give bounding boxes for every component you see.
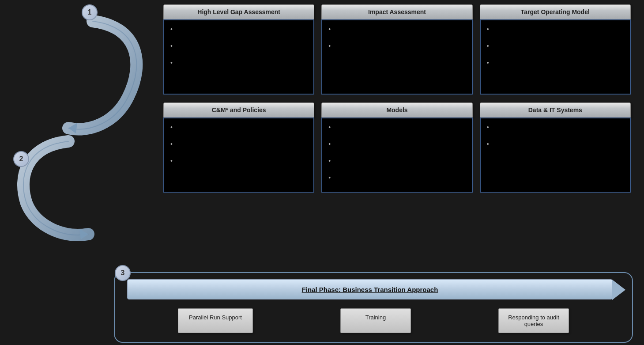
bullet-dot: • xyxy=(487,124,489,131)
badge-3: 3 xyxy=(115,265,131,281)
card-cm-policies: C&M* and Policies • • • xyxy=(163,102,314,193)
card-header-cm-policies: C&M* and Policies xyxy=(163,102,314,118)
badge-1: 1 xyxy=(82,4,98,20)
bullet-item: • xyxy=(170,123,307,131)
bullet-dot: • xyxy=(170,157,173,164)
phase3-arrow-banner: Final Phase: Business Transition Approac… xyxy=(127,279,613,300)
bullet-dot: • xyxy=(328,42,331,49)
bullet-dot: • xyxy=(487,26,489,33)
bullet-dot: • xyxy=(170,42,173,49)
card-body-impact-assessment: • • xyxy=(321,19,472,95)
bullet-dot: • xyxy=(487,59,489,66)
bullet-item: • xyxy=(487,58,624,66)
phase3-arrow-container: Final Phase: Business Transition Approac… xyxy=(127,279,626,300)
bullet-dot: • xyxy=(487,140,489,148)
phase3-label: Final Phase: Business Transition Approac… xyxy=(302,286,438,293)
bullet-dot: • xyxy=(328,124,331,131)
phase3-arrow-tip xyxy=(612,280,625,300)
bullet-dot: • xyxy=(170,26,173,33)
card-header-target-operating-model: Target Operating Model xyxy=(480,4,631,19)
card-header-data-it-systems: Data & IT Systems xyxy=(480,102,631,118)
bullet-dot: • xyxy=(328,157,331,164)
sub-card-parallel-run-label: Parallel Run Support xyxy=(189,314,242,321)
bottom-cards-row: C&M* and Policies • • • xyxy=(163,102,631,193)
main-container: 1 2 xyxy=(0,0,644,345)
bullet-item: • xyxy=(170,156,307,164)
card-models: Models • • • • xyxy=(321,102,472,193)
card-high-level-gap: High Level Gap Assessment • • • xyxy=(163,4,314,95)
bullet-item: • xyxy=(170,58,307,66)
bullet-dot: • xyxy=(170,59,173,66)
sub-card-audit-queries: Responding to auditqueries xyxy=(498,308,569,333)
card-data-it-systems: Data & IT Systems • • xyxy=(480,102,631,193)
bullet-dot: • xyxy=(170,124,173,131)
card-impact-assessment: Impact Assessment • • xyxy=(321,4,472,95)
bullet-dot: • xyxy=(170,140,173,148)
bullet-dot: • xyxy=(328,140,331,148)
card-header-impact-assessment: Impact Assessment xyxy=(321,4,472,19)
bullet-item: • xyxy=(170,140,307,148)
bullet-dot: • xyxy=(487,42,489,49)
card-body-data-it-systems: • • xyxy=(480,118,631,193)
top-content-area: High Level Gap Assessment • • • xyxy=(163,4,631,201)
bullet-item: • xyxy=(487,42,624,49)
card-body-cm-policies: • • • xyxy=(163,118,314,193)
phase3-wrapper: 3 Final Phase: Business Transition Appro… xyxy=(114,272,633,343)
card-header-high-level-gap: High Level Gap Assessment xyxy=(163,4,314,19)
bullet-item: • xyxy=(170,42,307,49)
badge-2: 2 xyxy=(13,151,29,167)
sub-card-parallel-run: Parallel Run Support xyxy=(178,308,253,333)
circular-arrows-svg xyxy=(0,0,150,252)
bullet-item: • xyxy=(328,173,465,181)
bullet-item: • xyxy=(328,140,465,148)
bullet-item: • xyxy=(170,25,307,33)
top-cards-row: High Level Gap Assessment • • • xyxy=(163,4,631,95)
bullet-item: • xyxy=(487,123,624,131)
card-body-high-level-gap: • • • xyxy=(163,19,314,95)
phase3-sub-cards: Parallel Run Support Training Responding… xyxy=(121,308,626,333)
bullet-item: • xyxy=(328,123,465,131)
card-body-models: • • • • xyxy=(321,118,472,193)
bullet-dot: • xyxy=(328,26,331,33)
sub-card-audit-queries-label: Responding to auditqueries xyxy=(508,314,559,327)
bullet-item: • xyxy=(328,25,465,33)
sub-card-training: Training xyxy=(340,308,411,333)
bullet-dot: • xyxy=(328,174,331,181)
card-body-target-operating-model: • • • xyxy=(480,19,631,95)
bullet-item: • xyxy=(487,140,624,148)
sub-card-training-label: Training xyxy=(365,314,386,321)
bullet-item: • xyxy=(487,25,624,33)
bullet-item: • xyxy=(328,156,465,164)
card-target-operating-model: Target Operating Model • • • xyxy=(480,4,631,95)
bullet-item: • xyxy=(328,42,465,49)
card-header-models: Models xyxy=(321,102,472,118)
